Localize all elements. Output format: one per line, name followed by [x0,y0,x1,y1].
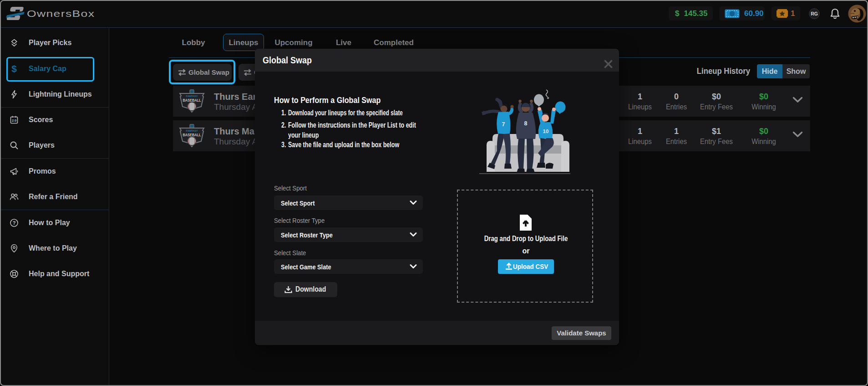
svg-text:RG: RG [811,11,818,16]
svg-text:7: 7 [502,121,505,128]
svg-text:2:0: 2:0 [12,119,16,122]
svg-text:8: 8 [524,120,528,127]
svg-text:10: 10 [543,129,549,134]
svg-text:?: ? [13,220,16,226]
